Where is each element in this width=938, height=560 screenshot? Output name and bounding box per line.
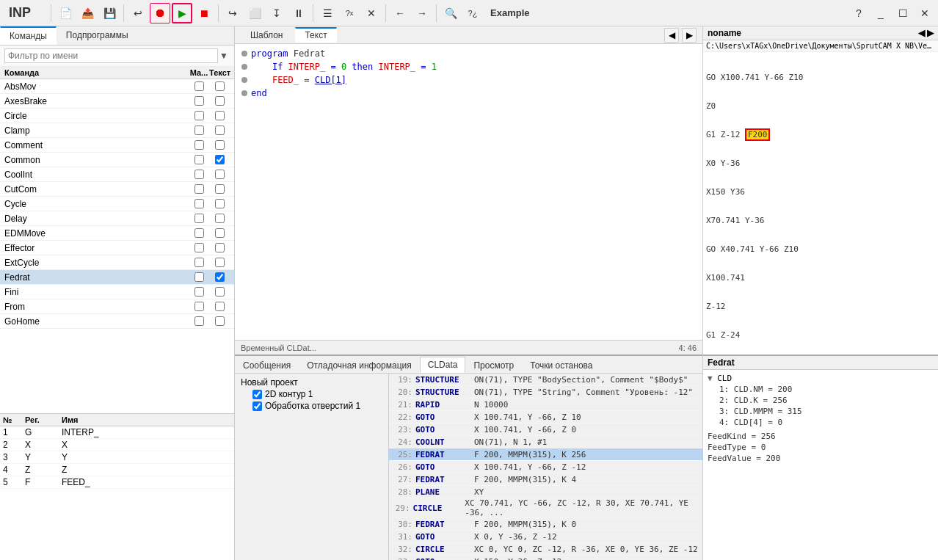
- cldata-row-13[interactable]: 32:CIRCLEXC 0, YC 0, ZC -12, R -36, XE 0…: [389, 543, 702, 556]
- cldata-row-5[interactable]: 24:COOLNTON(71), N 1, #1: [389, 436, 702, 448]
- cldata-row-2[interactable]: 21:RAPIDN 10000: [389, 399, 702, 411]
- cmd-ma-checkbox-clamp[interactable]: [194, 126, 204, 135]
- cmd-row-circle[interactable]: Circle: [0, 109, 234, 123]
- project-item-1-checkbox[interactable]: [252, 390, 262, 399]
- cmd-row-delay[interactable]: Delay: [0, 211, 234, 226]
- cmd-ma-checkbox-effector[interactable]: [194, 243, 204, 252]
- cmd-text-checkbox-circle[interactable]: [215, 111, 225, 120]
- cmd-row-edmmove[interactable]: EDMMove: [0, 226, 234, 241]
- tab-messages[interactable]: Сообщения: [235, 357, 299, 373]
- project-item-2-checkbox[interactable]: [252, 401, 262, 411]
- tab-preview[interactable]: Просмотр: [465, 357, 522, 373]
- right-code-content[interactable]: GO X100.741 Y-66 Z10 Z0 G1 Z-12 F200 X0 …: [703, 52, 938, 354]
- cldata-row-10[interactable]: 29:CIRCLEXC 70.741, YC -66, ZC -12, R 30…: [389, 498, 702, 518]
- cmd-row-gohome[interactable]: GoHome: [0, 314, 234, 329]
- cmd-ma-checkbox-coolint[interactable]: [194, 170, 204, 179]
- tab-subroutines[interactable]: Подпрограммы: [57, 26, 138, 45]
- cmd-row-comment[interactable]: Comment: [0, 138, 234, 153]
- filter-input[interactable]: [4, 48, 218, 63]
- tab-text[interactable]: Текст: [295, 27, 336, 43]
- cmd-row-common[interactable]: Common: [0, 153, 234, 167]
- project-item-1[interactable]: 2D контур 1: [238, 388, 385, 400]
- tab-debug-info[interactable]: Отладочная информация: [299, 357, 420, 373]
- cmd-text-checkbox-cutcom[interactable]: [215, 184, 225, 194]
- cmd-row-extcycle[interactable]: ExtCycle: [0, 255, 234, 270]
- cmd-text-checkbox-coolint[interactable]: [215, 170, 225, 179]
- pause-button[interactable]: ⏸: [288, 3, 309, 23]
- format-button[interactable]: ☰: [317, 3, 338, 23]
- cldata-row-9[interactable]: 28:PLANEXY: [389, 486, 702, 498]
- cld-root[interactable]: ▼ CLD: [706, 373, 935, 384]
- cmd-text-checkbox-extcycle[interactable]: [215, 258, 225, 267]
- close-button[interactable]: ✕: [915, 3, 935, 23]
- cldata-row-6[interactable]: 25:FEDRATF 200, MMPM(315), K 256: [389, 448, 702, 461]
- project-root[interactable]: Новый проект: [238, 377, 385, 388]
- cmd-row-from[interactable]: From: [0, 299, 234, 314]
- back-button[interactable]: ←: [390, 3, 410, 23]
- nav-next-button[interactable]: ▶: [682, 28, 697, 43]
- cmd-text-checkbox-edmmove[interactable]: [215, 228, 225, 238]
- cldata-row-0[interactable]: 19:STRUCTUREON(71), TYPE "BodySection", …: [389, 374, 702, 386]
- tab-commands[interactable]: Команды: [0, 26, 57, 45]
- debug1-button[interactable]: ?x: [339, 3, 360, 23]
- code-editor[interactable]: program Fedrat If INTERP_ = 0 then INTER…: [235, 44, 702, 340]
- nav-prev-button[interactable]: ◀: [664, 28, 679, 43]
- cmd-ma-checkbox-cutcom[interactable]: [194, 184, 204, 194]
- cldata-row-14[interactable]: 33:GOTOX 150, Y 36, Z -12: [389, 556, 702, 560]
- play-button[interactable]: ▶: [172, 3, 192, 23]
- cmd-text-checkbox-effector[interactable]: [215, 243, 225, 252]
- cmd-ma-checkbox-from[interactable]: [194, 302, 204, 311]
- cmd-ma-checkbox-comment[interactable]: [194, 140, 204, 150]
- cmd-ma-checkbox-cycle[interactable]: [194, 199, 204, 208]
- cldata-row-11[interactable]: 30:FEDRATF 200, MMPM(315), K 0: [389, 518, 702, 531]
- cmd-row-cutcom[interactable]: CutCom: [0, 182, 234, 197]
- cmd-ma-checkbox-fedrat[interactable]: [194, 272, 204, 282]
- cmd-row-fini[interactable]: Fini: [0, 285, 234, 299]
- cmd-text-checkbox-comment[interactable]: [215, 140, 225, 150]
- undo-button[interactable]: ↩: [128, 3, 148, 23]
- cmd-row-absmov[interactable]: AbsMov: [0, 79, 234, 94]
- record-button[interactable]: ⏺: [150, 3, 170, 23]
- cldata-row-1[interactable]: 20:STRUCTUREON(71), TYPE "String", Comme…: [389, 386, 702, 399]
- tab-cldata[interactable]: CLData: [420, 357, 466, 373]
- cmd-text-checkbox-gohome[interactable]: [215, 316, 225, 326]
- cmd-row-fedrat[interactable]: Fedrat: [0, 270, 234, 285]
- cmd-row-coolint[interactable]: CoolInt: [0, 167, 234, 182]
- cmd-row-clamp[interactable]: Clamp: [0, 123, 234, 138]
- cmd-text-checkbox-absmov[interactable]: [215, 81, 225, 91]
- project-item-2[interactable]: Обработка отверстий 1: [238, 400, 385, 412]
- cmd-ma-checkbox-absmov[interactable]: [194, 81, 204, 91]
- cmd-ma-checkbox-common[interactable]: [194, 155, 204, 164]
- stop-button[interactable]: ⏹: [194, 3, 214, 23]
- cmd-ma-checkbox-axesbrake[interactable]: [194, 96, 204, 106]
- cmd-text-checkbox-from[interactable]: [215, 302, 225, 311]
- cldata-row-3[interactable]: 22:GOTOX 100.741, Y -66, Z 10: [389, 411, 702, 423]
- cldata-row-4[interactable]: 23:GOTOX 100.741, Y -66, Z 0: [389, 423, 702, 436]
- forward-button[interactable]: →: [412, 3, 432, 23]
- help-button[interactable]: ?¿: [462, 3, 483, 23]
- cldata-row-7[interactable]: 26:GOTOX 100.741, Y -66, Z -12: [389, 461, 702, 473]
- tab-template[interactable]: Шаблон: [241, 28, 292, 43]
- debug2-button[interactable]: ✕: [361, 3, 382, 23]
- search-button[interactable]: 🔍: [440, 3, 461, 23]
- new-button[interactable]: 📄: [55, 3, 76, 23]
- save-button[interactable]: 💾: [99, 3, 120, 23]
- export-button[interactable]: 📤: [77, 3, 98, 23]
- cldata-row-8[interactable]: 27:FEDRATF 200, MMPM(315), K 4: [389, 473, 702, 486]
- step-over-button[interactable]: ⬜: [244, 3, 265, 23]
- cldata-row-12[interactable]: 31:GOTOX 0, Y -36, Z -12: [389, 531, 702, 543]
- question-button[interactable]: ?: [848, 3, 869, 23]
- cmd-text-checkbox-fedrat[interactable]: [215, 272, 225, 282]
- minimize-button[interactable]: _: [870, 3, 891, 23]
- cmd-ma-checkbox-extcycle[interactable]: [194, 258, 204, 267]
- cmd-text-checkbox-clamp[interactable]: [215, 126, 225, 135]
- cmd-text-checkbox-cycle[interactable]: [215, 199, 225, 208]
- cmd-text-checkbox-axesbrake[interactable]: [215, 96, 225, 106]
- cmd-ma-checkbox-circle[interactable]: [194, 111, 204, 120]
- cmd-text-checkbox-fini[interactable]: [215, 287, 225, 297]
- tab-breakpoints[interactable]: Точки останова: [522, 357, 600, 373]
- maximize-button[interactable]: ☐: [892, 3, 913, 23]
- cmd-row-effector[interactable]: Effector: [0, 241, 234, 255]
- return-button[interactable]: ↪: [222, 3, 243, 23]
- cmd-ma-checkbox-fini[interactable]: [194, 287, 204, 297]
